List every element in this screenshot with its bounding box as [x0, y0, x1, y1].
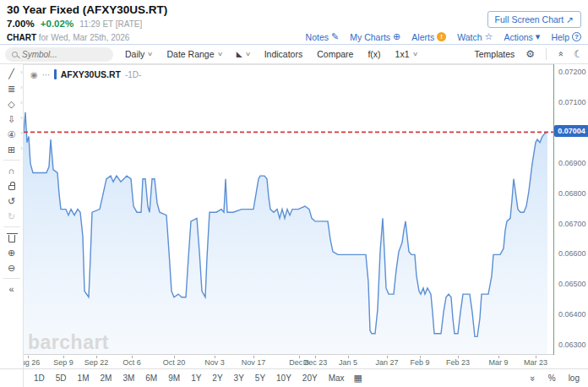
undo-icon[interactable]: ↺ [0, 194, 24, 209]
lock-tool-shape [8, 185, 15, 190]
calendar-icon[interactable]: ▦ [354, 373, 362, 384]
log-scale-toggle[interactable]: log [569, 373, 580, 383]
zoom-out-icon[interactable]: ⊖ [0, 260, 24, 275]
chart-date-row: CHART for Wed, Mar 25th, 2026 [7, 33, 129, 42]
indicators-menu-label: Indicators [264, 49, 303, 59]
last-price-badge: 0.07004 [554, 125, 588, 137]
period-5y[interactable]: 5Y [253, 372, 267, 384]
percent-scale-toggle[interactable]: % [548, 373, 556, 383]
y-axis-label: 0.06400 [558, 310, 586, 319]
toolbar-menus: Daily∨Date Range∨◣∨IndicatorsComparef(x)… [125, 49, 417, 59]
lock-icon[interactable] [0, 178, 24, 194]
indicators-menu[interactable]: Indicators [264, 49, 303, 59]
sidebar-divider [3, 278, 20, 279]
period-2m[interactable]: 2M [99, 372, 114, 384]
layout-menu-label: 1x1 [395, 49, 410, 59]
collapse-up-icon[interactable]: » [555, 52, 565, 57]
period-max[interactable]: Max [327, 372, 346, 384]
area-chart-type-icon: ◣ [237, 50, 242, 58]
x-axis-label: Mar 9 [488, 358, 508, 367]
annotation-icon[interactable]: ≣› [0, 81, 24, 96]
chevron-right-icon: › [20, 84, 22, 90]
period-20y[interactable]: 20Y [301, 372, 319, 384]
price-axis[interactable]: 0.072000.071000.069000.068000.067000.066… [553, 64, 588, 355]
notes-icon: ✎ [331, 31, 339, 42]
period-1y[interactable]: 1Y [189, 372, 203, 384]
help-link-label: Help [551, 32, 569, 42]
watch-link[interactable]: Watch☆ [457, 31, 493, 42]
quote-price: 7.00% [7, 19, 35, 29]
alerts-link[interactable]: Alerts! [411, 32, 446, 42]
delete-tool-shape [8, 235, 15, 243]
x-axis-label: Feb 9 [410, 358, 429, 367]
period-3m[interactable]: 3M [121, 372, 136, 384]
fx-menu[interactable]: f(x) [368, 49, 380, 59]
period-1m[interactable]: 1M [76, 372, 91, 384]
gear-icon[interactable]: ⚙ [525, 48, 535, 60]
period-9m[interactable]: 9M [166, 372, 182, 384]
date-range-menu[interactable]: Date Range∨ [166, 49, 221, 59]
my-charts-link-label: My Charts [350, 32, 390, 42]
chevron-down-icon: ∨ [147, 51, 153, 57]
y-axis-label: 0.06500 [558, 280, 586, 288]
chart-settings-icon[interactable]: ⊞› [0, 142, 24, 157]
alerts-icon: ! [437, 32, 446, 41]
alerts-link-label: Alerts [411, 32, 434, 42]
period-6m[interactable]: 6M [144, 372, 159, 384]
period-5d[interactable]: 5D [54, 372, 68, 384]
dark-mode-icon[interactable]: ☾ [574, 48, 583, 60]
chevron-down-icon: ∨ [245, 51, 251, 57]
eye-icon[interactable]: ◉ [30, 70, 38, 79]
shapes-icon[interactable]: ◇› [0, 96, 24, 112]
more-options-icon[interactable]: ⋯ [42, 70, 50, 79]
watch-link-label: Watch [457, 32, 482, 42]
header-links: Notes✎My Charts⊕Alerts!Watch☆Actions▾Hel… [306, 31, 581, 42]
arrow-icon[interactable]: ⇩› [0, 112, 24, 127]
compare-menu[interactable]: Compare [317, 49, 353, 59]
x-axis-label: Jan 5 [339, 358, 357, 367]
chevron-right-icon: › [20, 115, 22, 121]
chart-label: CHART [7, 33, 36, 42]
legend-period: -1D- [125, 70, 141, 79]
watch-icon: ☆ [485, 31, 493, 42]
y-axis-label: 0.06600 [558, 249, 586, 258]
frequency-menu[interactable]: Daily∨ [125, 49, 152, 59]
frequency-menu-label: Daily [125, 49, 144, 59]
date-axis[interactable]: Aug 26Sep 9Sep 22Oct 6Oct 20Nov 3Nov 17D… [24, 356, 553, 368]
redo-icon[interactable]: ↻ [0, 209, 24, 224]
delete-icon[interactable] [0, 230, 24, 245]
x-axis-label: Jan 27 [375, 358, 398, 367]
chart-plot-area[interactable]: ◉ ⋯ AFXY30US.RT -1D- barchart [24, 64, 553, 355]
date-range-menu-label: Date Range [166, 49, 214, 59]
symbol-search[interactable] [5, 47, 113, 62]
layout-menu[interactable]: 1x1∨ [395, 49, 417, 59]
expand-icon: ↗ [566, 14, 574, 25]
fx-menu-label: f(x) [368, 49, 380, 59]
circled-4-icon[interactable]: ④› [0, 127, 24, 142]
period-2y[interactable]: 2Y [210, 372, 224, 384]
templates-button[interactable]: Templates [474, 49, 514, 59]
zoom-in-icon[interactable]: ⊕ [0, 245, 24, 260]
help-link[interactable]: Help? [551, 32, 581, 42]
chevron-down-icon: ∨ [411, 51, 417, 57]
chart-type-menu[interactable]: ◣∨ [237, 50, 250, 58]
collapse-down-icon[interactable]: » [528, 375, 538, 380]
chevron-right-icon: › [20, 100, 22, 106]
period-10y[interactable]: 10Y [275, 372, 293, 384]
bottom-bar: 1D5D1M2M3M6M9M1Y2Y3Y5Y10Y20YMax▦ » % log [0, 368, 588, 387]
period-1d[interactable]: 1D [32, 372, 46, 384]
full-screen-chart-button[interactable]: Full Screen Chart ↗ [487, 11, 581, 28]
x-axis-label: Feb 23 [446, 358, 470, 367]
symbol-search-input[interactable] [22, 50, 98, 59]
collapse-sidebar-icon[interactable]: « [0, 281, 24, 297]
sidebar-divider [3, 160, 20, 161]
my-charts-link[interactable]: My Charts⊕ [350, 31, 400, 42]
x-axis-label: Oct 6 [122, 358, 141, 367]
toolbar-right: Templates ⚙ » ☾ [474, 48, 583, 60]
magnet-icon[interactable]: ∩ [0, 163, 24, 178]
trendline-icon[interactable]: ╱› [0, 66, 24, 81]
period-3y[interactable]: 3Y [232, 372, 246, 384]
notes-link[interactable]: Notes✎ [306, 31, 340, 42]
actions-link[interactable]: Actions▾ [504, 31, 540, 42]
series-area-fill [24, 112, 547, 355]
